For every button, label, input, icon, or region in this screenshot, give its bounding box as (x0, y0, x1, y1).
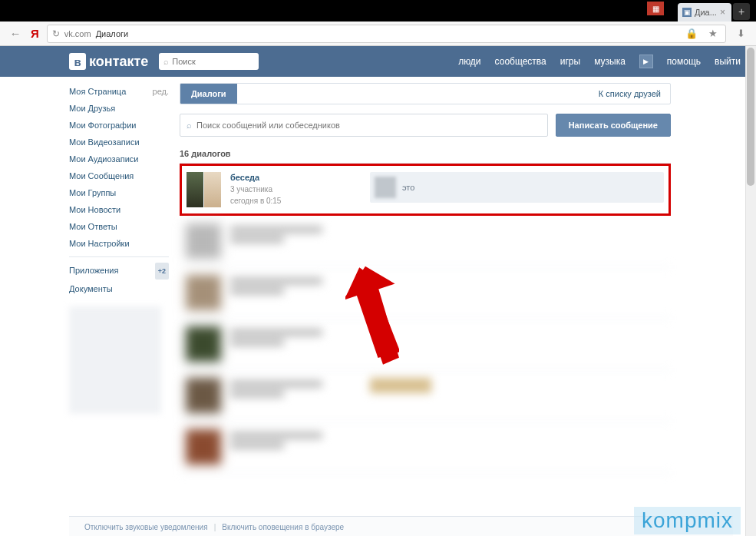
sidebar-edit-link[interactable]: ред. (153, 84, 169, 99)
footer-sound-link[interactable]: Отключить звуковые уведомления (84, 523, 208, 531)
yandex-logo[interactable]: Я (31, 27, 39, 40)
dialog-row[interactable] (180, 267, 671, 319)
footer-separator: | (214, 523, 216, 531)
dialog-row[interactable] (180, 319, 671, 370)
sidebar-item-news[interactable]: Мои Новости (69, 201, 169, 218)
nav-communities[interactable]: сообщества (495, 56, 546, 67)
sidebar-ad-block[interactable] (69, 306, 161, 414)
sidebar-divider (69, 256, 169, 257)
dialogs-count: 16 диалогов (180, 149, 671, 158)
sidebar-item-label: Мои Новости (69, 202, 120, 217)
scrollbar-thumb[interactable] (747, 48, 754, 186)
sidebar-item-videos[interactable]: Мои Видеозаписи (69, 134, 169, 151)
watermark: kompmix (634, 507, 741, 534)
vk-logo-text: контакте (89, 54, 148, 70)
tab-vk-icon: ▣ (682, 8, 692, 17)
dialog-row[interactable] (180, 370, 671, 422)
dialog-avatar (186, 429, 221, 465)
sidebar-item-label: Мои Видеозаписи (69, 134, 140, 150)
dialog-row[interactable] (180, 422, 671, 473)
sidebar-item-groups[interactable]: Мои Группы (69, 184, 169, 201)
sidebar-item-label: Мои Друзья (69, 101, 115, 116)
vk-header: в контакте ⌕ люди сообщества игры музыка… (0, 46, 756, 77)
sidebar-item-label: Документы (69, 281, 113, 296)
sidebar-item-settings[interactable]: Мои Настройки (69, 235, 169, 252)
nav-games[interactable]: игры (560, 56, 580, 67)
window-app-icon: ▦ (647, 2, 664, 15)
dialog-list: беседа 3 участника сегодня в 0:15 это (180, 163, 671, 473)
browser-tab[interactable]: ▣ Диа... × (678, 3, 731, 22)
new-tab-button[interactable]: + (733, 3, 750, 20)
sidebar-item-docs[interactable]: Документы (69, 280, 169, 297)
sidebar-item-apps[interactable]: Приложения +2 (69, 262, 169, 280)
sidebar-item-label: Моя Страница (69, 84, 126, 99)
downloads-icon[interactable]: ⬇ (734, 28, 748, 39)
browser-toolbar: ← Я ↻ vk.com Диалоги 🔒 ★ ⬇ (0, 22, 756, 46)
url-title: Диалоги (96, 29, 129, 38)
sidebar-item-label: Мои Группы (69, 185, 116, 200)
dialog-avatar (186, 326, 221, 362)
footer-notif-link[interactable]: Включить оповещения в браузере (222, 523, 344, 531)
preview-avatar (375, 177, 396, 198)
messages-search-input[interactable] (196, 121, 541, 130)
dialogs-tabbar: Диалоги К списку друзей (180, 83, 671, 104)
dialog-row-highlighted[interactable]: беседа 3 участника сегодня в 0:15 это (180, 164, 671, 216)
preview-text: это (402, 183, 414, 192)
nav-help[interactable]: помощь (667, 56, 701, 67)
chat-avatar (187, 172, 221, 207)
sidebar-item-answers[interactable]: Мои Ответы (69, 218, 169, 235)
compose-button[interactable]: Написать сообщение (556, 114, 671, 137)
reload-icon[interactable]: ↻ (52, 28, 60, 39)
dialog-avatar (186, 275, 221, 310)
dialog-avatar (186, 378, 221, 413)
header-search[interactable]: ⌕ (159, 53, 259, 70)
vk-logo[interactable]: в контакте (69, 53, 148, 70)
sidebar-item-mypage[interactable]: Моя Страница ред. (69, 83, 169, 100)
messages-search[interactable]: ⌕ (180, 114, 548, 137)
browser-tab-title: Диа... (695, 8, 717, 17)
dialog-avatar (186, 223, 221, 259)
tab-dialogs[interactable]: Диалоги (180, 84, 237, 104)
music-play-icon[interactable]: ▶ (639, 55, 653, 68)
search-icon: ⌕ (187, 121, 192, 130)
header-search-input[interactable] (172, 57, 241, 66)
lock-icon: 🔒 (682, 28, 701, 39)
friends-list-link[interactable]: К списку друзей (589, 89, 670, 98)
browser-tab-strip: ▦ ▣ Диа... × + (0, 0, 756, 22)
nav-music[interactable]: музыка (594, 56, 626, 67)
sidebar-item-label: Мои Сообщения (69, 168, 134, 184)
tab-close-icon[interactable]: × (720, 7, 725, 18)
url-domain: vk.com (64, 29, 91, 38)
sidebar-item-friends[interactable]: Мои Друзья (69, 100, 169, 117)
dialog-time: сегодня в 0:15 (230, 195, 361, 207)
header-nav: люди сообщества игры музыка ▶ помощь вый… (458, 55, 741, 68)
sidebar-item-label: Приложения (69, 263, 118, 280)
main-column: Диалоги К списку друзей ⌕ Написать сообщ… (180, 83, 671, 473)
bookmark-star-icon[interactable]: ★ (705, 28, 721, 39)
dialog-row[interactable] (180, 216, 671, 267)
address-bar[interactable]: ↻ vk.com Диалоги 🔒 ★ (47, 25, 726, 43)
back-button[interactable]: ← (8, 26, 23, 41)
nav-people[interactable]: люди (458, 56, 480, 67)
nav-logout[interactable]: выйти (715, 56, 741, 67)
sidebar-item-label: Мои Ответы (69, 219, 117, 234)
sidebar-item-photos[interactable]: Мои Фотографии (69, 117, 169, 134)
sidebar-item-label: Мои Фотографии (69, 117, 136, 133)
search-icon: ⌕ (163, 57, 169, 66)
page-viewport: в контакте ⌕ люди сообщества игры музыка… (0, 46, 756, 536)
sidebar-item-messages[interactable]: Мои Сообщения (69, 167, 169, 184)
vk-logo-badge: в (69, 53, 86, 70)
vertical-scrollbar[interactable] (745, 46, 756, 536)
sidebar-item-label: Мои Аудиозаписи (69, 151, 138, 167)
dialog-preview: это (370, 172, 664, 203)
left-sidebar: Моя Страница ред. Мои Друзья Мои Фотогра… (69, 83, 169, 473)
apps-badge: +2 (155, 263, 169, 280)
dialog-title: беседа (230, 172, 361, 184)
sidebar-item-audio[interactable]: Мои Аудиозаписи (69, 151, 169, 167)
sidebar-item-label: Мои Настройки (69, 236, 130, 251)
dialog-members: 3 участника (230, 184, 361, 195)
